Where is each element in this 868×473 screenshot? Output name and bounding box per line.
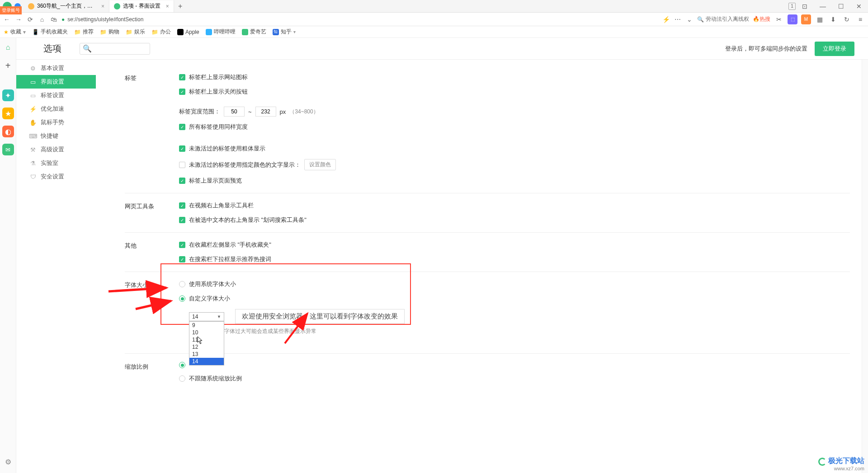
- option-label: 未激活过的标签使用粗体显示: [189, 145, 265, 153]
- nav-back-icon[interactable]: ←: [3, 15, 11, 23]
- font-size-select[interactable]: 14▼ 9 10 11 12 13 14: [189, 312, 224, 321]
- tab-close-icon[interactable]: ×: [101, 3, 104, 9]
- nav-item-shortcut[interactable]: ⌨快捷键: [16, 129, 96, 143]
- dropdown-option[interactable]: 12: [189, 343, 224, 351]
- checkbox[interactable]: ✓: [179, 89, 185, 95]
- login-button[interactable]: 立即登录: [815, 42, 854, 56]
- nav-item-optimize[interactable]: ⚡优化加速: [16, 102, 96, 116]
- flash-icon[interactable]: ⚡: [662, 15, 670, 23]
- bookmark-item[interactable]: 📁娱乐: [126, 28, 145, 36]
- width-min-input[interactable]: [224, 107, 245, 117]
- option-label: 标签栏上显示网站图标: [189, 73, 248, 81]
- checkbox[interactable]: ✓: [179, 217, 185, 223]
- bookmark-item[interactable]: 📁购物: [100, 28, 119, 36]
- radio[interactable]: [179, 362, 185, 368]
- chevron-down-icon[interactable]: ⌄: [685, 15, 693, 23]
- checkbox[interactable]: ✓: [179, 74, 185, 80]
- ext-purple-icon[interactable]: ⬚: [788, 14, 797, 24]
- bookmark-item[interactable]: 📱手机收藏夹: [32, 28, 68, 36]
- dropdown-option[interactable]: 10: [189, 329, 224, 336]
- browser-navbar: ← → ⟳ ⌂ 🛍 ● se://settings/uistyle#fontSe…: [0, 13, 868, 26]
- star-icon: ★: [4, 29, 9, 35]
- checkbox[interactable]: ✓: [179, 162, 185, 168]
- nav-item-security[interactable]: 🛡安全设置: [16, 170, 96, 183]
- side-star-icon[interactable]: ★: [2, 108, 14, 119]
- checkbox[interactable]: ✓: [179, 124, 185, 130]
- lock-icon: ●: [61, 16, 65, 23]
- ext-orange-icon[interactable]: M: [801, 14, 811, 24]
- option-label: 未激活过的标签使用指定颜色的文字显示：: [189, 161, 301, 169]
- window-close-icon[interactable]: ✕: [850, 0, 868, 12]
- search-box[interactable]: 🔍 劳动法引入离线权: [697, 15, 749, 23]
- option-label: 自定义字体大小: [189, 295, 230, 303]
- radio[interactable]: [179, 295, 185, 302]
- section-font: 字体大小 使用系统字体大小 自定义字体大小 14▼ 9 10 11 12 13 …: [125, 272, 850, 353]
- new-tab-button[interactable]: +: [174, 2, 187, 10]
- bookmark-item[interactable]: 哔哩哔哩: [206, 28, 236, 36]
- more-icon[interactable]: ⋯: [674, 15, 682, 23]
- checkbox[interactable]: ✓: [179, 145, 185, 152]
- window-icon: ▭: [30, 79, 36, 85]
- browser-tab[interactable]: 360导航_一个主页，整个世界 ×: [24, 0, 109, 12]
- keyboard-icon: ⌨: [30, 133, 36, 139]
- nav-item-ui[interactable]: ▭界面设置: [16, 75, 96, 89]
- plus-icon[interactable]: +: [2, 60, 14, 71]
- window-minimize-icon[interactable]: —: [814, 0, 832, 12]
- nav-item-gesture[interactable]: ✋鼠标手势: [16, 116, 96, 129]
- bookmark-item[interactable]: Apple: [177, 29, 199, 35]
- option-label: 在被选中文本的右上角显示 "划词搜索工具条": [189, 216, 307, 224]
- dropdown-option[interactable]: 13: [189, 351, 224, 358]
- nav-item-lab[interactable]: ⚗实验室: [16, 156, 96, 170]
- bookmark-item[interactable]: 📁推荐: [74, 28, 94, 36]
- window-maximize-icon[interactable]: ☐: [832, 0, 850, 12]
- set-color-button[interactable]: 设置颜色: [304, 159, 336, 170]
- address-bar[interactable]: ● se://settings/uistyle#fontSection: [61, 16, 143, 23]
- bookmark-item[interactable]: 📁办公: [151, 28, 171, 36]
- checkbox[interactable]: ✓: [179, 256, 185, 262]
- nav-forward-icon[interactable]: →: [14, 15, 23, 23]
- favorites-button[interactable]: ★收藏 ▾: [4, 28, 26, 36]
- nav-home-icon[interactable]: ⌂: [38, 15, 46, 23]
- options-search[interactable]: 🔍: [80, 43, 150, 55]
- dropdown-option[interactable]: 14: [189, 358, 224, 365]
- tab-close-icon[interactable]: ×: [166, 3, 169, 9]
- side-weibo-icon[interactable]: ◐: [2, 126, 14, 137]
- width-sep: ~: [248, 108, 252, 115]
- dropdown-option[interactable]: 9: [189, 322, 224, 329]
- apple-icon: [177, 29, 184, 35]
- bookmark-item[interactable]: 知知乎 ▾: [273, 28, 296, 36]
- width-max-input[interactable]: [255, 107, 276, 117]
- section-title: 字体大小: [125, 280, 179, 335]
- pin-icon[interactable]: ⊡: [796, 0, 814, 12]
- checkbox[interactable]: ✓: [179, 242, 185, 248]
- nav-item-basic[interactable]: ⚙基本设置: [16, 61, 96, 75]
- menu-icon[interactable]: ≡: [855, 14, 865, 24]
- option-label: 标签上显示页面预览: [189, 177, 242, 185]
- nav-item-tabs[interactable]: ▭标签设置: [16, 89, 96, 102]
- grid-icon[interactable]: ▦: [815, 14, 825, 24]
- checkbox[interactable]: ✓: [179, 178, 185, 184]
- nav-item-advanced[interactable]: ⚒高级设置: [16, 143, 96, 156]
- folder-icon: 📁: [74, 29, 81, 35]
- dropdown-option[interactable]: 11: [189, 336, 224, 343]
- side-ext1-icon[interactable]: ✦: [2, 89, 14, 101]
- nav-vault-icon[interactable]: 🛍: [50, 15, 58, 23]
- browser-tab[interactable]: 选项 - 界面设置 ×: [109, 0, 174, 12]
- radio[interactable]: [179, 281, 185, 287]
- side-mail-icon[interactable]: ✉: [2, 144, 14, 155]
- tab-title: 360导航_一个主页，整个世界: [37, 2, 96, 10]
- scrollbar[interactable]: [862, 60, 868, 473]
- hot-search-label[interactable]: 🔥热搜: [753, 15, 770, 23]
- home-icon[interactable]: ⌂: [2, 42, 14, 53]
- nav-reload-icon[interactable]: ⟳: [26, 15, 34, 23]
- login-badge[interactable]: 登录账号: [0, 6, 22, 14]
- bookmark-item[interactable]: 爱奇艺: [242, 28, 266, 36]
- scissors-icon[interactable]: ✂: [774, 14, 784, 24]
- window-count-icon[interactable]: 1: [788, 3, 796, 10]
- refresh2-icon[interactable]: ↻: [842, 14, 852, 24]
- download-icon[interactable]: ⬇: [828, 14, 838, 24]
- settings-icon[interactable]: ⚙: [2, 456, 14, 468]
- dropdown-list: 9 10 11 12 13 14: [189, 321, 224, 365]
- radio[interactable]: [179, 375, 185, 382]
- checkbox[interactable]: ✓: [179, 202, 185, 209]
